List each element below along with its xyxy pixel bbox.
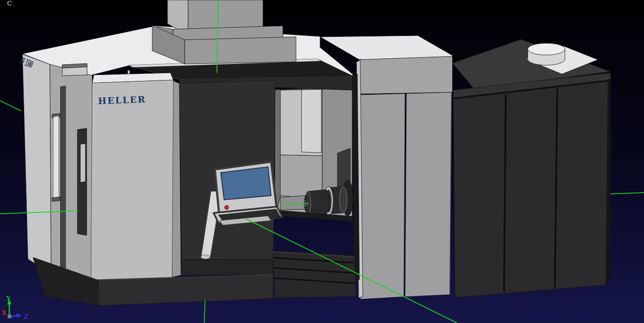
chip-conveyor[interactable] xyxy=(273,251,356,298)
chuck-cyl2-rim xyxy=(340,187,347,213)
y-axis-label: Y xyxy=(6,295,11,302)
column-step2-front[interactable] xyxy=(185,37,296,64)
dark-cabinet-front[interactable] xyxy=(453,80,608,298)
window-back-wall-bright xyxy=(301,89,321,153)
machine-model[interactable]: HF 3500 HELLER xyxy=(18,0,611,306)
right-cabinet-door-right[interactable] xyxy=(405,92,452,297)
cad-viewport[interactable]: HF 3500 HELLER xyxy=(0,0,644,323)
door-handle[interactable] xyxy=(52,113,60,202)
left-cabinet[interactable]: HF 3500 HELLER xyxy=(18,54,173,280)
work-area-window[interactable] xyxy=(274,87,353,221)
conveyor-body[interactable] xyxy=(273,251,356,298)
right-cabinet-header[interactable] xyxy=(359,56,452,94)
x-axis-label: X xyxy=(2,309,7,317)
side-window-inner xyxy=(80,144,85,182)
enclosure-lower-panel[interactable] xyxy=(181,260,273,276)
monitor-screen[interactable] xyxy=(221,167,271,200)
interior-shaft xyxy=(280,196,307,210)
front-door[interactable] xyxy=(91,80,173,280)
vent-cylinder-top xyxy=(528,43,565,55)
door-channel xyxy=(60,86,66,271)
right-cabinet-door-left[interactable] xyxy=(359,94,405,299)
estop-button[interactable] xyxy=(225,205,229,210)
handle-bottom-cap xyxy=(52,197,60,202)
z-axis-label: Z xyxy=(24,313,28,320)
brand-logo: HELLER xyxy=(98,94,146,106)
viewport-corner-label: C xyxy=(7,0,12,7)
model-view-3d[interactable]: HF 3500 HELLER xyxy=(0,0,644,323)
pendant-post-foot xyxy=(201,255,210,259)
axis-origin-cube xyxy=(8,315,11,318)
dark-cabinet[interactable] xyxy=(452,39,611,298)
handle-bar[interactable] xyxy=(53,116,59,199)
